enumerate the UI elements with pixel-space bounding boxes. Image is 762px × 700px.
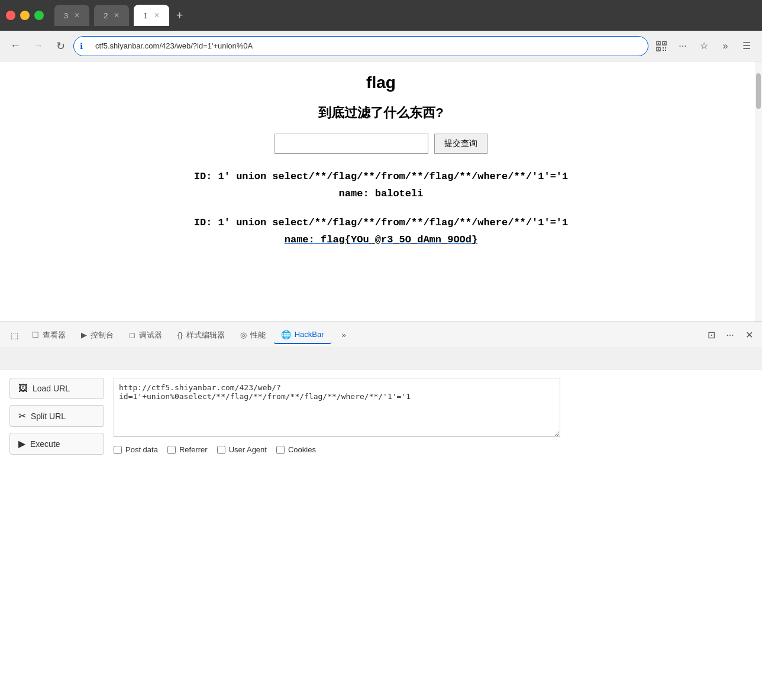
page-content: flag 到底过滤了什么东西? 提交查询 ID: 1' union select… — [0, 61, 762, 273]
svg-rect-9 — [665, 50, 666, 51]
menu-button[interactable]: ☰ — [737, 37, 756, 56]
console-icon: ▶ — [81, 330, 87, 339]
close-traffic-light[interactable] — [6, 11, 15, 20]
execute-label: Execute — [30, 439, 60, 449]
hackbar-url-area: http://ctf5.shiyanbar.com/423/web/?id=1'… — [114, 378, 753, 454]
cookies-checkbox-label[interactable]: Cookies — [276, 445, 316, 454]
split-url-button[interactable]: ✂ Split URL — [9, 405, 104, 427]
devtools-action-buttons: ⊡ ··· ✕ — [703, 327, 757, 343]
result-1-id: ID: 1' union select/**/flag/**/from/**/f… — [24, 168, 738, 186]
style-icon: {} — [177, 330, 183, 339]
devtools-more-tabs[interactable]: » — [335, 327, 353, 343]
more-tabs-icon: » — [342, 330, 346, 339]
devtools-tab-debugger[interactable]: ◻ 调试器 — [122, 326, 169, 344]
scroll-thumb[interactable] — [756, 73, 761, 109]
devtools-tab-inspector[interactable]: ☐ 查看器 — [25, 326, 73, 344]
query-input[interactable] — [275, 134, 428, 154]
console-label: 控制台 — [91, 330, 114, 341]
referrer-checkbox-label[interactable]: Referrer — [167, 445, 208, 454]
title-bar: 3 ✕ 2 ✕ 1 ✕ + — [0, 0, 762, 31]
hackbar-textarea-container: http://ctf5.shiyanbar.com/423/web/?id=1'… — [114, 378, 753, 439]
result-2-name: name: flag{YOu_@r3_5O_dAmn_9OOd} — [24, 232, 738, 249]
tab-label: 3 — [64, 11, 68, 20]
back-button[interactable]: ← — [6, 37, 25, 56]
maximize-traffic-light[interactable] — [34, 11, 44, 20]
devtools-pointer-icon[interactable]: ⬚ — [5, 326, 24, 345]
debugger-label: 调试器 — [139, 330, 162, 341]
inspector-label: 查看器 — [43, 330, 66, 341]
browser-tab-3[interactable]: 3 ✕ — [54, 5, 89, 26]
tab-label: 2 — [104, 11, 108, 20]
useragent-label: User Agent — [229, 445, 267, 454]
svg-rect-6 — [663, 47, 664, 48]
result-block-1: ID: 1' union select/**/flag/**/from/**/f… — [24, 168, 738, 203]
devtools-panel: ⬚ ☐ 查看器 ▶ 控制台 ◻ 调试器 {} 样式编辑器 ◎ 性能 🌐 Hack… — [0, 322, 762, 469]
referrer-checkbox[interactable] — [167, 446, 176, 454]
reload-button[interactable]: ↻ — [51, 37, 70, 56]
query-form: 提交查询 — [24, 134, 738, 154]
execute-button[interactable]: ▶ Execute — [9, 433, 104, 455]
hackbar-checkboxes: Post data Referrer User Agent Cookies — [114, 445, 753, 454]
address-bar[interactable]: ℹ ctf5.shiyanbar.com/423/web/?id=1'+unio… — [73, 36, 648, 56]
result-2-id: ID: 1' union select/**/flag/**/from/**/f… — [24, 215, 738, 232]
hackbar-panel: 🖼 Load URL ✂ Split URL ▶ Execute http://… — [0, 348, 762, 469]
devtools-close-button[interactable]: ✕ — [741, 327, 757, 343]
forward-button[interactable]: → — [28, 37, 47, 56]
address-bar-text: ctf5.shiyanbar.com/423/web/?id=1'+union%… — [95, 41, 253, 50]
hackbar-label: HackBar — [295, 330, 324, 339]
postdata-checkbox[interactable] — [114, 446, 122, 454]
devtools-tab-console[interactable]: ▶ 控制台 — [74, 326, 121, 344]
page-subtitle: 到底过滤了什么东西? — [24, 104, 738, 122]
site-info-icon[interactable]: ℹ — [80, 41, 83, 51]
debugger-icon: ◻ — [129, 330, 135, 339]
scroll-bar[interactable] — [755, 61, 762, 322]
hackbar-url-input[interactable]: http://ctf5.shiyanbar.com/423/web/?id=1'… — [114, 378, 560, 437]
devtools-options-button[interactable]: ··· — [722, 327, 738, 343]
performance-icon: ◎ — [240, 330, 247, 339]
traffic-lights — [6, 11, 44, 20]
devtools-tab-bar: ⬚ ☐ 查看器 ▶ 控制台 ◻ 调试器 {} 样式编辑器 ◎ 性能 🌐 Hack… — [0, 322, 762, 348]
hackbar-icon: 🌐 — [281, 330, 291, 339]
split-url-label: Split URL — [31, 411, 66, 421]
tab-close-icon[interactable]: ✕ — [154, 11, 160, 20]
page-content-area: flag 到底过滤了什么东西? 提交查询 ID: 1' union select… — [0, 61, 762, 322]
useragent-checkbox[interactable] — [217, 446, 225, 454]
qr-code-button[interactable] — [652, 37, 671, 56]
devtools-tab-style[interactable]: {} 样式编辑器 — [170, 326, 232, 344]
new-tab-button[interactable]: + — [176, 9, 183, 22]
result-1-name: name: baloteli — [24, 186, 738, 203]
svg-rect-7 — [665, 47, 666, 48]
hackbar-body: 🖼 Load URL ✂ Split URL ▶ Execute http://… — [0, 370, 762, 463]
result-block-2: ID: 1' union select/**/flag/**/from/**/f… — [24, 215, 738, 249]
devtools-tab-hackbar[interactable]: 🌐 HackBar — [274, 326, 331, 344]
tab-close-icon[interactable]: ✕ — [114, 11, 120, 20]
load-url-icon: 🖼 — [18, 383, 28, 394]
style-label: 样式编辑器 — [186, 330, 225, 341]
devtools-tab-performance[interactable]: ◎ 性能 — [233, 326, 273, 344]
execute-icon: ▶ — [18, 438, 25, 449]
useragent-checkbox-label[interactable]: User Agent — [217, 445, 267, 454]
bookmark-button[interactable]: ☆ — [695, 37, 713, 56]
split-url-icon: ✂ — [18, 410, 26, 422]
more-button[interactable]: ··· — [673, 37, 692, 56]
svg-rect-3 — [664, 43, 665, 44]
nav-icons: ··· ☆ » ☰ — [652, 37, 756, 56]
tab-label: 1 — [143, 11, 147, 20]
svg-rect-5 — [658, 48, 659, 50]
load-url-button[interactable]: 🖼 Load URL — [9, 378, 104, 399]
cookies-label: Cookies — [288, 445, 316, 454]
referrer-label: Referrer — [179, 445, 208, 454]
hackbar-top-bar — [0, 348, 762, 370]
devtools-dock-button[interactable]: ⊡ — [703, 327, 719, 343]
browser-tab-2[interactable]: 2 ✕ — [94, 5, 129, 26]
query-button[interactable]: 提交查询 — [434, 134, 487, 154]
extensions-button[interactable]: » — [716, 37, 735, 56]
browser-tab-1[interactable]: 1 ✕ — [134, 5, 169, 26]
cookies-checkbox[interactable] — [276, 446, 285, 454]
load-url-label: Load URL — [33, 384, 70, 393]
minimize-traffic-light[interactable] — [20, 11, 30, 20]
postdata-checkbox-label[interactable]: Post data — [114, 445, 158, 454]
page-title: flag — [24, 73, 738, 92]
tab-close-icon[interactable]: ✕ — [74, 11, 80, 20]
svg-rect-8 — [663, 50, 664, 51]
